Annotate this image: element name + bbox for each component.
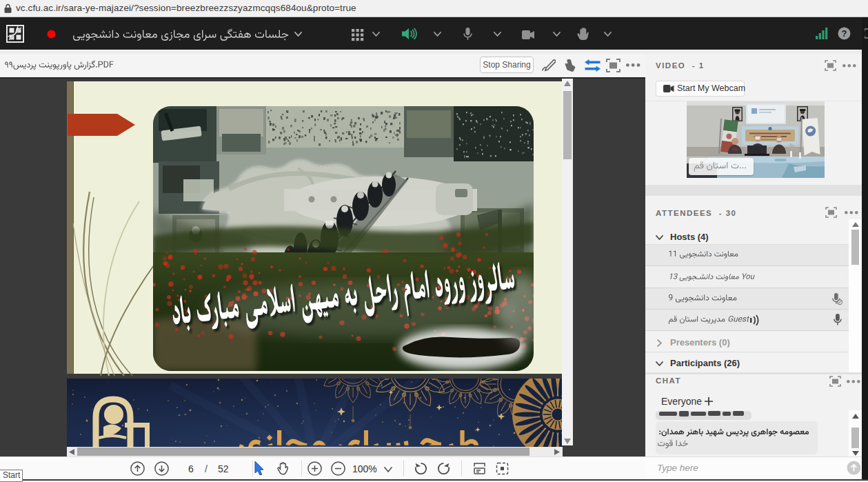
- svg-text:?: ?: [842, 28, 847, 39]
